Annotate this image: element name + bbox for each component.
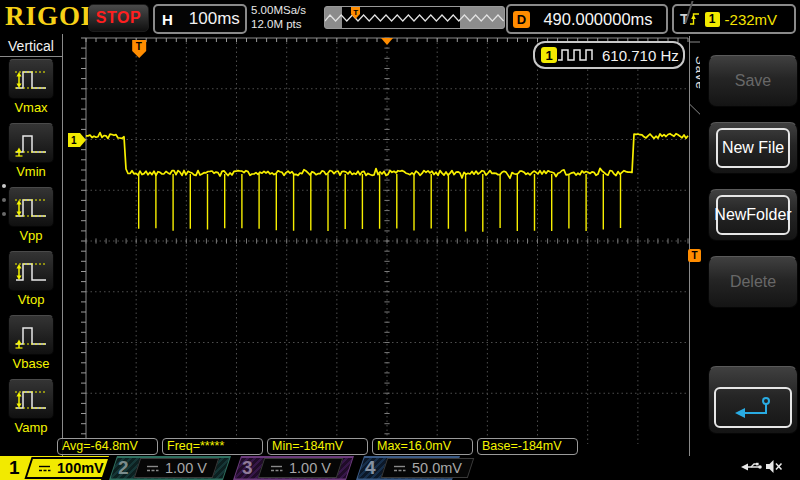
menu-button-new-file[interactable]: New File xyxy=(708,122,798,174)
screen-center-marker xyxy=(381,38,393,45)
measure-item-vamp[interactable]: Vamp xyxy=(0,377,62,441)
measure-label: Vmax xyxy=(14,100,47,115)
counter-value: 610.710 Hz xyxy=(602,47,679,64)
vamp-icon xyxy=(8,379,54,419)
menu-button-delete[interactable]: Delete xyxy=(708,256,798,308)
trigger-level-value: -232mV xyxy=(725,11,778,28)
channel1-ground-marker: 1 xyxy=(68,133,86,147)
square-wave-icon xyxy=(557,48,595,62)
rising-edge-icon xyxy=(689,11,700,27)
menu-button-label: NewFolder xyxy=(716,195,790,235)
vmin-icon xyxy=(8,123,54,163)
run-state-indicator[interactable]: STOP xyxy=(88,4,149,32)
measurement-avg: Avg=-64.8mV xyxy=(57,438,158,455)
menu-button-label: Save xyxy=(709,56,797,106)
channel-number: 2 xyxy=(118,457,129,479)
measure-label: Vamp xyxy=(15,420,48,435)
measurement-min: Min=-184mV xyxy=(267,438,368,455)
vertical-measure-menu: Vertical VmaxVminVppVtopVbaseVamp xyxy=(0,34,63,456)
delay-value: 490.000000ms xyxy=(530,10,666,29)
channel-3-status[interactable]: 31.00 V xyxy=(233,456,354,480)
measurement-readouts: Avg=-64.8mVFreq=*****Min=-184mVMax=16.0m… xyxy=(57,438,578,455)
vpp-icon xyxy=(8,187,54,227)
measure-item-vbase[interactable]: Vbase xyxy=(0,313,62,377)
channel-number: 4 xyxy=(365,457,376,479)
frequency-counter: 1 610.710 Hz xyxy=(533,41,685,69)
channel-scale: 100mV xyxy=(57,460,104,476)
return-arrow-icon xyxy=(731,396,775,420)
run-state-label: STOP xyxy=(96,9,141,27)
measure-label: Vtop xyxy=(18,292,45,307)
channel-scale: 50.0mV xyxy=(412,460,462,476)
channel-scale: 1.00 V xyxy=(165,460,207,476)
horizontal-label: H xyxy=(162,11,173,28)
menu-button-label: Delete xyxy=(709,257,797,307)
vtop-icon xyxy=(8,251,54,291)
measure-item-vmax[interactable]: Vmax xyxy=(0,57,62,121)
channel-status-bar: 1100mV21.00 V31.00 V450.0mV xyxy=(0,456,800,480)
vbase-icon xyxy=(8,315,54,355)
measure-item-vtop[interactable]: Vtop xyxy=(0,249,62,313)
menu-button-save[interactable]: Save xyxy=(708,55,798,107)
channel-number: 1 xyxy=(9,457,20,479)
channel-scale: 1.00 V xyxy=(289,460,331,476)
measurement-base: Base=-184mV xyxy=(477,438,578,455)
left-menu-title: Vertical xyxy=(0,34,62,57)
menu-back-button[interactable] xyxy=(708,366,798,434)
measure-label: Vpp xyxy=(19,228,42,243)
top-status-bar: RIGOL STOP H 100ms 5.00MSa/s 12.0M pts T… xyxy=(0,0,800,34)
trigger-delay-indicator[interactable]: D 490.000000ms xyxy=(506,4,668,34)
memory-depth: 12.0M pts xyxy=(251,17,306,31)
svg-text:T: T xyxy=(136,41,142,52)
waveform-position-strip[interactable]: T xyxy=(324,6,505,29)
measurement-max: Max=16.0mV xyxy=(372,438,473,455)
trigger-level-marker[interactable]: T xyxy=(688,249,701,262)
svg-text:1: 1 xyxy=(71,135,77,146)
measure-label: Vbase xyxy=(13,356,50,371)
speaker-muted-icon xyxy=(764,459,783,474)
counter-channel-badge: 1 xyxy=(541,47,557,63)
rigol-logo: RIGOL xyxy=(5,1,100,32)
timebase-value: 100ms xyxy=(189,9,240,29)
timebase-indicator[interactable]: H 100ms xyxy=(153,4,247,34)
channel-2-status[interactable]: 21.00 V xyxy=(109,456,231,480)
menu-button-label: New File xyxy=(716,128,790,168)
dc-coupling-icon xyxy=(38,464,51,473)
svg-text:T: T xyxy=(353,8,358,17)
dc-coupling-icon xyxy=(146,464,159,473)
trigger-position-flag-icon: T xyxy=(351,6,361,20)
channel-4-status[interactable]: 450.0mV xyxy=(356,456,460,480)
dc-coupling-icon xyxy=(270,464,283,473)
vmax-icon xyxy=(8,59,54,99)
channel-number: 3 xyxy=(242,457,253,479)
menu-page-dots xyxy=(2,184,6,216)
trigger-source-badge: 1 xyxy=(705,12,720,27)
usb-icon xyxy=(740,461,762,473)
soft-menu: SaveNew FileNewFolderDelete xyxy=(700,34,800,456)
measurement-freq: Freq=***** xyxy=(162,438,263,455)
oscilloscope-display: T1 xyxy=(62,34,698,456)
sample-rate: 5.00MSa/s xyxy=(251,3,306,17)
acquisition-info: 5.00MSa/s 12.0M pts xyxy=(251,3,306,32)
channel-1-status[interactable]: 1100mV xyxy=(0,456,109,480)
dc-coupling-icon xyxy=(393,464,406,473)
measure-item-vmin[interactable]: Vmin xyxy=(0,121,62,185)
measure-label: Vmin xyxy=(16,164,46,179)
menu-button-newfolder[interactable]: NewFolder xyxy=(708,189,798,241)
measure-item-vpp[interactable]: Vpp xyxy=(0,185,62,249)
trigger-position-marker: T xyxy=(132,40,146,58)
delay-badge: D xyxy=(513,11,530,28)
